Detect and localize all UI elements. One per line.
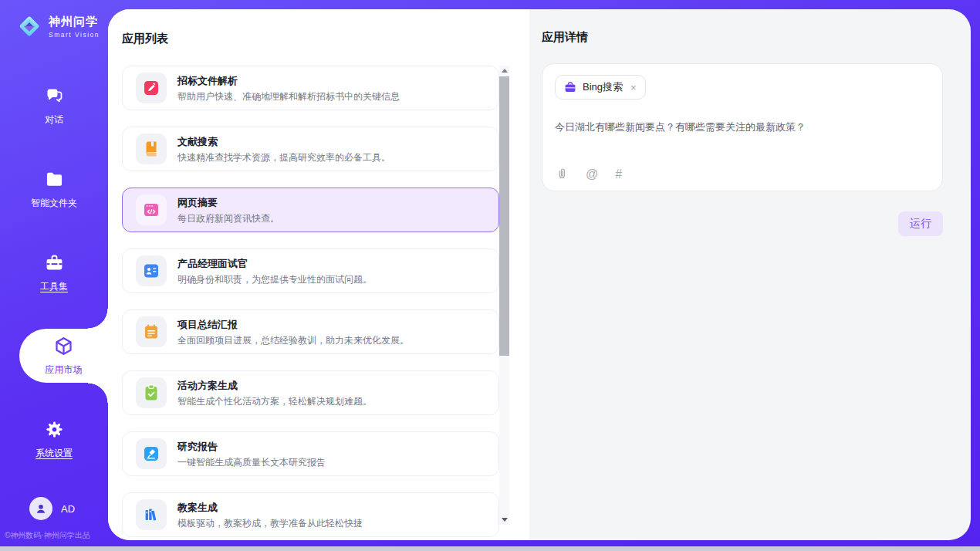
app-detail-panel: 应用详情 Bing搜索 × 今日湖北有哪些新闻要点？有哪些需要关注的最新政策？	[529, 9, 971, 540]
scrollbar-thumb[interactable]	[499, 76, 509, 356]
prompt-toolbar: @ #	[556, 167, 622, 181]
pen-square-icon	[142, 79, 161, 97]
app-item-title: 教案生成	[177, 501, 363, 514]
brand-title: 神州问学	[49, 15, 100, 29]
sidebar-item-chat[interactable]: 对话	[0, 80, 108, 131]
app-item-title: 研究报告	[177, 440, 326, 453]
clipboard-check-icon	[142, 384, 161, 402]
sidebar-item-app-market[interactable]: 应用市场	[19, 329, 108, 383]
attachment-icon[interactable]	[556, 167, 569, 181]
app-item-title: 网页摘要	[177, 196, 279, 209]
person-icon	[34, 502, 48, 516]
scroll-down-arrow[interactable]	[499, 515, 509, 525]
app-item-desc: 每日政府新闻资讯快查。	[177, 212, 279, 225]
chat-icon	[44, 86, 65, 106]
copyright-footer: ©神州数码·神州问学出品	[5, 530, 90, 541]
gear-icon	[44, 419, 65, 440]
user-name: AD	[61, 503, 75, 515]
app-item-desc: 帮助用户快速、准确地理解和解析招标书中的关键信息	[177, 90, 400, 103]
sidebar-item-label: 系统设置	[35, 447, 73, 460]
scrollbar[interactable]	[499, 66, 509, 525]
app-icon-container	[136, 377, 167, 408]
app-item-research-report[interactable]: 研究报告 一键智能生成高质量长文本研究报告	[122, 431, 499, 476]
brand-subtitle: Smart Vision	[49, 31, 100, 39]
run-row: 运行	[542, 211, 943, 236]
app-item-desc: 快速精准查找学术资源，提高研究效率的必备工具。	[177, 151, 390, 164]
app-icon-container	[136, 134, 167, 164]
close-icon[interactable]: ×	[630, 82, 637, 93]
app-list: 招标文件解析 帮助用户快速、准确地理解和解析招标书中的关键信息 文献搜索	[122, 66, 499, 537]
app-item-title: 文献搜索	[177, 135, 390, 148]
diamond-logo-icon	[15, 12, 43, 40]
app-item-desc: 明确身份和职责，为您提供专业性的面试问题。	[177, 273, 372, 286]
app-item-title: 活动方案生成	[177, 379, 372, 392]
app-item-desc: 智能生成个性化活动方案，轻松解决规划难题。	[177, 395, 372, 407]
app-item-project-summary[interactable]: 项目总结汇报 全面回顾项目进展，总结经验教训，助力未来优化发展。	[122, 309, 499, 354]
app-icon-container	[136, 499, 167, 530]
sidebar: 神州问学 Smart Vision 对话 智能文件夹	[0, 0, 108, 546]
app-item-lesson-plan[interactable]: 教案生成 模板驱动，教案秒成，教学准备从此轻松快捷	[122, 492, 499, 537]
sidebar-item-label: 应用市场	[46, 363, 83, 377]
prompt-card: Bing搜索 × 今日湖北有哪些新闻要点？有哪些需要关注的最新政策？ @ #	[542, 63, 943, 191]
tool-chip-bing-search[interactable]: Bing搜索 ×	[555, 75, 646, 100]
sidebar-item-toolset[interactable]: 工具集	[0, 247, 108, 298]
app-item-title: 产品经理面试官	[177, 257, 372, 270]
prompt-input[interactable]: 今日湖北有哪些新闻要点？有哪些需要关注的最新政策？	[555, 120, 930, 134]
avatar	[29, 497, 52, 520]
mention-icon[interactable]: @	[586, 168, 598, 181]
hash-icon[interactable]: #	[615, 168, 622, 181]
app-window: 神州问学 Smart Vision 对话 智能文件夹	[0, 0, 980, 546]
sidebar-item-smart-folder[interactable]: 智能文件夹	[0, 164, 108, 215]
app-list-panel: 应用列表 招标文件解析 帮助用户快速、准确地理解和解析招标书中的关键信息	[108, 9, 529, 540]
sidebar-nav: 对话 智能文件夹 工具集	[0, 80, 108, 465]
notepad-icon	[142, 323, 161, 341]
app-detail-title: 应用详情	[542, 29, 943, 45]
brand-logo: 神州问学 Smart Vision	[0, 0, 108, 40]
app-icon-container	[136, 316, 167, 347]
app-item-bid-analysis[interactable]: 招标文件解析 帮助用户快速、准确地理解和解析招标书中的关键信息	[122, 66, 499, 110]
app-icon-container	[136, 255, 167, 286]
tool-chip-label: Bing搜索	[583, 80, 623, 94]
toolbox-icon	[44, 252, 65, 273]
app-item-desc: 全面回顾项目进展，总结经验教训，助力未来优化发展。	[177, 334, 409, 346]
folder-icon	[44, 169, 65, 190]
id-card-icon	[142, 262, 161, 280]
browser-code-icon	[142, 201, 161, 219]
microscope-icon	[142, 445, 161, 463]
app-item-desc: 一键智能生成高质量长文本研究报告	[177, 456, 326, 468]
scroll-up-arrow[interactable]	[499, 66, 509, 76]
app-item-webpage-summary[interactable]: 网页摘要 每日政府新闻资讯快查。	[122, 188, 499, 232]
briefcase-icon	[564, 81, 576, 93]
app-item-desc: 模板驱动，教案秒成，教学准备从此轻松快捷	[177, 517, 363, 529]
sidebar-item-label: 智能文件夹	[31, 197, 77, 210]
app-icon-container	[136, 73, 167, 103]
run-button[interactable]: 运行	[898, 211, 943, 236]
app-icon-container	[136, 194, 167, 225]
content-area: 应用列表 招标文件解析 帮助用户快速、准确地理解和解析招标书中的关键信息	[108, 9, 971, 540]
app-item-event-plan[interactable]: 活动方案生成 智能生成个性化活动方案，轻松解决规划难题。	[122, 370, 499, 415]
app-list-title: 应用列表	[122, 31, 529, 46]
app-item-pm-interviewer[interactable]: 产品经理面试官 明确身份和职责，为您提供专业性的面试问题。	[122, 248, 499, 293]
sidebar-item-label: 对话	[45, 113, 63, 127]
app-item-title: 项目总结汇报	[177, 318, 409, 331]
app-icon-container	[136, 438, 167, 469]
sidebar-item-settings[interactable]: 系统设置	[0, 414, 108, 465]
app-item-title: 招标文件解析	[177, 74, 400, 87]
user-account[interactable]: AD	[29, 497, 75, 520]
sidebar-item-label: 工具集	[40, 280, 68, 293]
book-icon	[142, 140, 161, 158]
app-item-literature-search[interactable]: 文献搜索 快速精准查找学术资源，提高研究效率的必备工具。	[122, 127, 499, 171]
books-icon	[142, 505, 161, 524]
cube-icon	[53, 336, 74, 357]
